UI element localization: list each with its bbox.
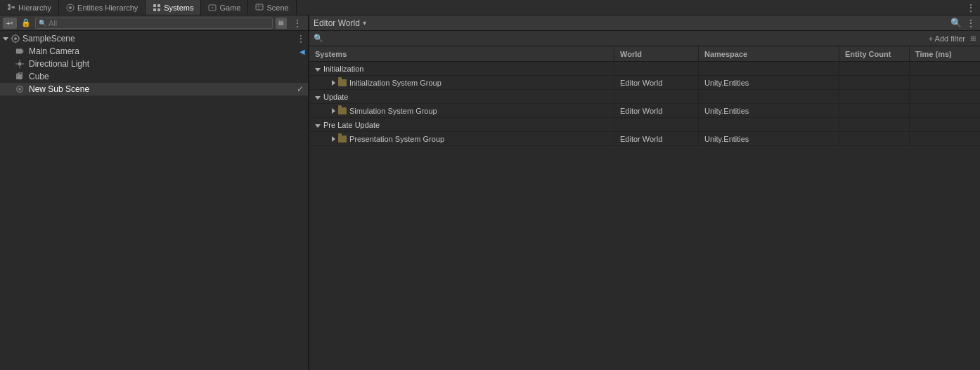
cube-label: Cube [29,72,49,81]
time-cell-sim-sg [910,104,980,117]
hierarchy-content: SampleScene ⋮ Main Camera ◀ [0,31,308,370]
scene-icon [255,4,264,12]
entity-count-cell-update [839,90,910,103]
systems-searchbar: 🔍 + Add filter ⊞ [309,31,980,46]
tab-menu-button[interactable]: ⋮ [962,2,980,13]
filter-button[interactable]: ▤ [276,18,287,29]
systems-cell-init-system-group: Initialization System Group [309,76,614,89]
new-sub-scene-checkmark: ✓ [297,84,308,94]
world-toolbar-right: 🔍 ⋮ [950,18,976,29]
tab-entities-hierarchy-label: Entities Hierarchy [77,4,138,12]
svg-rect-22 [16,49,22,54]
table-row-initialization[interactable]: Initialization [309,62,980,76]
col-header-systems: Systems [309,46,614,61]
svg-rect-1 [8,8,11,10]
left-panel-hierarchy: + ▾ 🔒 🔍 ▤ ⋮ [0,15,309,370]
time-cell-pre-late [910,118,980,131]
right-panel-systems: Editor World ▾ 🔍 ⋮ 🔍 + Add filter ⊞ Syst… [309,15,980,370]
col-header-time: Time (ms) [910,46,980,61]
systems-cell-pre-late-update: Pre Late Update [309,118,614,131]
add-filter-button[interactable]: + Add filter ⊞ [929,34,976,43]
svg-rect-8 [157,4,160,7]
namespace-cell-initialization [699,62,839,75]
systems-panel-menu-button[interactable]: ⋮ [966,18,976,29]
systems-search-button[interactable]: 🔍 [950,18,962,28]
folder-icon-init [338,79,347,86]
tab-game[interactable]: Game [201,0,248,15]
namespace-cell-sim-sg: Unity.Entities [699,104,839,117]
entity-count-cell-pre-late [839,118,910,131]
tab-scene-label: Scene [266,4,288,12]
table-row-update[interactable]: Update [309,90,980,104]
world-selector-label: Editor World [314,18,360,28]
hierarchy-item-main-camera[interactable]: Main Camera ◀ [0,45,308,58]
hierarchy-item-cube[interactable]: Cube [0,70,308,83]
world-toolbar: Editor World ▾ 🔍 ⋮ [309,15,980,31]
systems-search-icon: 🔍 [314,34,323,43]
game-icon [208,4,217,12]
scene-expand-arrow[interactable] [3,37,8,41]
camera-icon [15,47,24,55]
subscene-icon [15,85,24,93]
filter-icon: ▤ [278,20,284,26]
expand-pres-sg-arrow[interactable] [332,135,335,143]
tab-entities-hierarchy[interactable]: Entities Hierarchy [59,0,146,15]
world-cell-pre-late [614,118,699,131]
tab-scene[interactable]: Scene [248,0,296,15]
table-row-simulation-system-group[interactable]: Simulation System Group Editor World Uni… [309,104,980,118]
svg-rect-13 [256,4,263,10]
table-row-initialization-system-group[interactable]: Initialization System Group Editor World… [309,76,980,90]
sample-scene-icon [11,34,20,44]
svg-marker-23 [22,49,23,53]
tab-hierarchy[interactable]: Hierarchy [0,0,59,15]
systems-tab-icon [153,4,161,12]
sample-scene-label: SampleScene [22,34,75,44]
directional-light-label: Directional Light [29,59,89,69]
search-box[interactable]: 🔍 [35,18,273,29]
svg-rect-0 [8,4,11,6]
svg-point-17 [14,37,17,40]
hierarchy-icon [7,4,15,12]
hierarchy-options-button[interactable]: ⋮ [290,18,305,29]
expand-pre-late-arrow[interactable] [315,121,321,129]
world-selector[interactable]: Editor World ▾ [314,18,366,28]
svg-point-6 [69,6,72,9]
expand-sim-sg-arrow[interactable] [332,107,335,115]
light-icon [15,60,24,68]
svg-rect-10 [157,8,160,11]
systems-table-body: Initialization Initialization System Gro… [309,62,980,146]
folder-icon-sim [338,107,347,114]
expand-update-arrow[interactable] [315,93,321,101]
table-row-presentation-system-group[interactable]: Presentation System Group Editor World U… [309,132,980,146]
hierarchy-item-new-sub-scene[interactable]: New Sub Scene ✓ [0,83,308,95]
lock-icon[interactable]: 🔒 [20,18,32,27]
expand-initialization-arrow[interactable] [315,65,321,73]
systems-cell-update: Update [309,90,614,103]
time-cell-pres-sg [910,132,980,145]
table-row-pre-late-update[interactable]: Pre Late Update [309,118,980,132]
hierarchy-item-directional-light[interactable]: Directional Light [0,58,308,70]
svg-point-35 [18,88,20,90]
time-cell-update [910,90,980,103]
time-cell-initialization [910,62,980,75]
world-cell-initialization [614,62,699,75]
scene-header-sample-scene[interactable]: SampleScene ⋮ [0,32,308,45]
systems-search-input[interactable] [328,34,924,43]
main-layout: + ▾ 🔒 🔍 ▤ ⋮ [0,15,980,370]
search-icon: 🔍 [39,20,46,27]
search-input[interactable] [49,19,269,27]
entity-count-cell-initialization [839,62,910,75]
tab-hierarchy-label: Hierarchy [18,4,51,12]
svg-rect-33 [18,74,22,79]
dropdown-arrow: ▾ [11,20,13,26]
namespace-cell-pres-sg: Unity.Entities [699,132,839,145]
scene-options-btn[interactable]: ⋮ [297,34,305,44]
entities-icon [66,4,75,12]
svg-point-24 [18,62,21,65]
expand-init-sg-arrow[interactable] [332,79,335,87]
tab-game-label: Game [219,4,240,12]
svg-rect-4 [12,6,15,8]
add-button[interactable]: + ▾ [3,18,17,29]
tab-systems[interactable]: Systems [146,0,201,15]
hierarchy-toolbar: + ▾ 🔒 🔍 ▤ ⋮ [0,15,308,31]
